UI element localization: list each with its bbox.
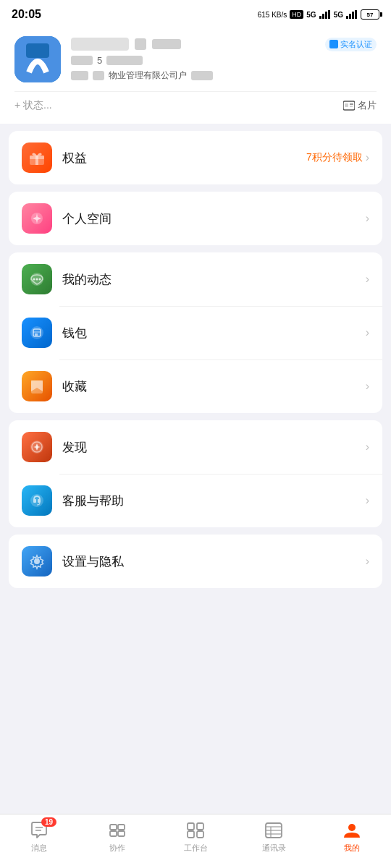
avatar[interactable] [14,36,61,82]
svg-rect-6 [352,12,354,19]
svg-point-20 [36,278,38,281]
contacts-nav-icon [264,822,283,839]
nav-mine-icon-wrap [340,820,363,841]
menu-item-wallet[interactable]: 钱包 › [9,306,382,359]
nav-workspace[interactable]: 工作台 [174,820,217,854]
collect-right: › [366,380,369,393]
signal-icon2 [346,10,358,19]
gear-icon [28,552,46,571]
wallet-label: 钱包 [62,325,366,341]
menu-item-quanyi[interactable]: 权益 7积分待领取 › [9,131,382,184]
collect-icon [22,371,52,401]
mine-nav-icon [342,822,361,839]
dongtai-label: 我的动态 [62,271,366,288]
discover-label: 发现 [62,439,366,456]
svg-rect-37 [188,831,194,838]
id-blur2 [106,56,143,65]
wallet-right: › [366,326,369,339]
space-right: › [366,212,369,225]
quanyi-chevron: › [366,151,369,164]
profile-company-row: 物业管理有限公司户 [71,69,377,82]
menu-item-dongtai[interactable]: 我的动态 › [9,252,382,306]
svg-rect-33 [110,831,117,836]
workspace-label: 工作台 [184,843,208,854]
menu-item-service[interactable]: 客服与帮助 › [9,474,382,527]
svg-rect-36 [197,823,203,830]
profile-card: 实名认证 5 物业管理有限公司户 + 状态... [0,26,391,124]
nav-work-icon-wrap [106,820,129,841]
discover-icon [22,432,52,462]
status-bar: 20:05 615 KB/s HD 5G 5G 57 [0,0,391,26]
section-space: 个人空间 › [9,192,382,245]
svg-point-22 [30,326,43,339]
sparkle-icon [28,209,46,228]
workspace-nav-icon [186,822,205,839]
company-blur1 [71,71,88,80]
headset-icon [28,491,46,510]
chat-icon [28,270,46,289]
service-label: 客服与帮助 [62,493,366,509]
hd-indicator: HD [290,10,303,19]
namecard-button[interactable]: 名片 [343,99,377,112]
svg-rect-2 [325,12,327,19]
profile-name-row: 实名认证 [71,38,377,51]
menu-item-discover[interactable]: 发现 › [9,420,382,474]
profile-divider [14,91,377,92]
menu-item-settings[interactable]: 设置与隐私 › [9,535,382,588]
menu-item-space[interactable]: 个人空间 › [9,192,382,245]
section-quanyi: 权益 7积分待领取 › [9,131,382,184]
svg-point-44 [348,824,356,831]
svg-rect-32 [118,825,125,830]
profile-actions: + 状态... 名片 [14,99,377,112]
svg-rect-1 [322,14,324,19]
quanyi-score: 7积分待领取 [306,151,363,164]
verified-icon [329,40,338,48]
menu-item-collect[interactable]: 收藏 › [9,359,382,413]
wallet-icon [22,318,52,348]
add-status-button[interactable]: + 状态... [14,99,52,112]
nav-mine[interactable]: 我的 [330,820,374,854]
collect-label: 收藏 [62,378,366,395]
nav-messages-icon-wrap: 19 [28,820,51,841]
nav-messages[interactable]: 19 消息 [17,820,61,854]
bookmark-icon [28,377,46,396]
section-settings: 设置与隐私 › [9,535,382,588]
id-prefix: 5 [97,55,102,66]
discover-chevron: › [366,441,369,454]
dongtai-icon [22,264,52,294]
space-label: 个人空间 [62,210,366,227]
nav-work[interactable]: 协作 [96,820,139,854]
status-icons: 615 KB/s HD 5G 5G 57 [258,9,379,20]
nav-contacts-icon-wrap [262,820,285,841]
alipay-icon [28,323,46,342]
messages-label: 消息 [31,843,47,854]
svg-point-19 [33,278,35,281]
svg-rect-7 [355,10,357,19]
svg-rect-16 [35,156,38,165]
svg-rect-35 [188,823,194,830]
company-blur2 [93,71,104,80]
name-extra-blur [152,39,181,49]
battery-icon: 57 [361,9,379,20]
5g-icon2: 5G [334,11,343,19]
bottom-nav: 19 消息 协作 工作台 [0,814,391,868]
messages-badge: 19 [41,817,56,827]
service-icon [22,485,52,516]
space-icon [22,203,52,234]
network-speed: 615 KB/s [258,11,287,19]
settings-label: 设置与隐私 [62,553,366,570]
profile-info: 实名认证 5 物业管理有限公司户 [71,38,377,82]
nav-workspace-icon-wrap [184,820,207,841]
nav-contacts[interactable]: 通讯录 [252,820,295,854]
quanyi-icon [22,142,52,173]
compass-icon [28,438,46,456]
settings-right: › [366,555,369,568]
settings-chevron: › [366,555,369,568]
profile-id-row: 5 [71,55,377,66]
svg-rect-34 [118,831,125,836]
space-chevron: › [366,212,369,225]
svg-rect-0 [319,16,321,19]
signal-icon1 [319,10,331,19]
svg-rect-23 [35,333,38,336]
section-group2: 我的动态 › 钱包 › [9,252,382,413]
